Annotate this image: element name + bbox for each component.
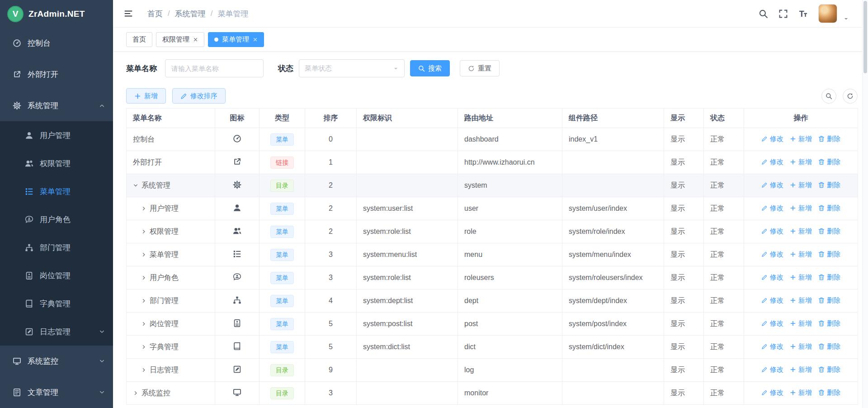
delete-action-link[interactable]: 删除 bbox=[818, 389, 840, 397]
action-label: 修改 bbox=[770, 319, 783, 328]
cell-status: 正常 bbox=[704, 266, 744, 289]
delete-action-link[interactable]: 删除 bbox=[818, 181, 840, 190]
search-icon[interactable] bbox=[759, 9, 768, 19]
cell-actions: 修改新增删除 bbox=[744, 359, 858, 382]
add-action-link[interactable]: 新增 bbox=[790, 227, 812, 236]
add-action-link[interactable]: 新增 bbox=[790, 296, 812, 305]
table-row[interactable]: 岗位管理菜单5system:post:listpostsystem/post/i… bbox=[127, 313, 858, 336]
delete-action-link[interactable]: 删除 bbox=[818, 342, 840, 351]
edit-action-link[interactable]: 修改 bbox=[761, 158, 783, 166]
sidebar-item[interactable]: 用户管理 bbox=[0, 121, 113, 149]
add-action-link[interactable]: 新增 bbox=[790, 135, 812, 143]
add-action-link[interactable]: 新增 bbox=[790, 365, 812, 374]
edit-action-link[interactable]: 修改 bbox=[761, 296, 783, 305]
add-action-link[interactable]: 新增 bbox=[790, 273, 812, 282]
table-row[interactable]: 用户管理菜单2system:user:listusersystem/user/i… bbox=[127, 197, 858, 220]
edit-action-link[interactable]: 修改 bbox=[761, 250, 783, 259]
app-logo[interactable]: V ZrAdmin.NET bbox=[0, 0, 113, 28]
edit-action-link[interactable]: 修改 bbox=[761, 389, 783, 397]
tab[interactable]: 首页 bbox=[126, 32, 152, 47]
user-avatar[interactable] bbox=[818, 4, 837, 23]
chevron-right-icon bbox=[141, 206, 146, 211]
add-action-link[interactable]: 新增 bbox=[790, 250, 812, 259]
delete-action-link[interactable]: 删除 bbox=[818, 296, 840, 305]
avatar-caret-icon[interactable] bbox=[843, 16, 849, 22]
search-button[interactable]: 搜索 bbox=[410, 60, 450, 76]
table-row[interactable]: 用户角色菜单3system:role:listroleuserssystem/r… bbox=[127, 266, 858, 289]
breadcrumb-item[interactable]: 系统管理 bbox=[175, 9, 206, 19]
add-action-link[interactable]: 新增 bbox=[790, 158, 812, 166]
tab[interactable]: 权限管理 bbox=[156, 32, 204, 47]
sidebar-item[interactable]: 日志管理 bbox=[0, 318, 113, 346]
delete-action-link[interactable]: 删除 bbox=[818, 227, 840, 236]
delete-action-link[interactable]: 删除 bbox=[818, 319, 840, 328]
chevron-right-icon bbox=[141, 252, 146, 257]
cell-permission bbox=[357, 128, 458, 151]
table-row[interactable]: 日志管理目录9log显示正常修改新增删除 bbox=[127, 359, 858, 382]
add-action-link[interactable]: 新增 bbox=[790, 342, 812, 351]
menu-name-text: 权限管理 bbox=[150, 227, 179, 237]
edit-action-link[interactable]: 修改 bbox=[761, 135, 783, 143]
sidebar-item[interactable]: 菜单管理 bbox=[0, 177, 113, 205]
tab-close-icon[interactable] bbox=[193, 37, 198, 42]
edit-action-link[interactable]: 修改 bbox=[761, 342, 783, 351]
action-label: 修改 bbox=[770, 273, 783, 282]
sidebar-item[interactable]: 部门管理 bbox=[0, 233, 113, 261]
external-link-icon bbox=[233, 157, 241, 166]
table-row[interactable]: 外部打开链接1http://www.izhaorui.cn显示正常修改新增删除 bbox=[127, 151, 858, 174]
delete-action-link[interactable]: 删除 bbox=[818, 135, 840, 143]
add-action-link[interactable]: 新增 bbox=[790, 389, 812, 397]
add-action-link[interactable]: 新增 bbox=[790, 204, 812, 213]
page-scrollbar-thumb[interactable] bbox=[863, 1, 867, 73]
font-size-icon[interactable] bbox=[798, 9, 808, 19]
sidebar-item[interactable]: 文章管理 bbox=[0, 377, 113, 408]
table-row[interactable]: 控制台菜单0dashboardindex_v1显示正常修改新增删除 bbox=[127, 128, 858, 151]
sort-edit-button[interactable]: 修改排序 bbox=[172, 88, 226, 104]
reset-button[interactable]: 重置 bbox=[460, 60, 500, 76]
add-button[interactable]: 新增 bbox=[126, 88, 166, 104]
sidebar-item[interactable]: 权限管理 bbox=[0, 149, 113, 177]
edit-action-link[interactable]: 修改 bbox=[761, 365, 783, 374]
tab[interactable]: 菜单管理 bbox=[208, 32, 264, 47]
add-action-link[interactable]: 新增 bbox=[790, 181, 812, 190]
menu-name-input[interactable] bbox=[165, 59, 264, 77]
table-row[interactable]: 部门管理菜单4system:dept:listdeptsystem/dept/i… bbox=[127, 289, 858, 313]
sidebar-item[interactable]: 用户角色 bbox=[0, 205, 113, 233]
sidebar-item[interactable]: 岗位管理 bbox=[0, 261, 113, 289]
sidebar-item[interactable]: 控制台 bbox=[0, 28, 113, 59]
delete-action-link[interactable]: 删除 bbox=[818, 158, 840, 166]
sidebar-item[interactable]: 外部打开 bbox=[0, 59, 113, 90]
hamburger-icon[interactable] bbox=[123, 9, 133, 19]
sidebar-item[interactable]: 系统监控 bbox=[0, 346, 113, 377]
delete-action-link[interactable]: 删除 bbox=[818, 204, 840, 213]
table-row[interactable]: 系统管理目录2system显示正常修改新增删除 bbox=[127, 174, 858, 197]
sidebar-item[interactable]: 系统管理 bbox=[0, 90, 113, 121]
cell-icon bbox=[215, 289, 259, 313]
edit-action-link[interactable]: 修改 bbox=[761, 204, 783, 213]
add-action-link[interactable]: 新增 bbox=[790, 319, 812, 328]
delete-action-link[interactable]: 删除 bbox=[818, 365, 840, 374]
delete-action-link[interactable]: 删除 bbox=[818, 250, 840, 259]
delete-action-link[interactable]: 删除 bbox=[818, 273, 840, 282]
edit-action-link[interactable]: 修改 bbox=[761, 227, 783, 236]
edit-action-link[interactable]: 修改 bbox=[761, 273, 783, 282]
cell-sort: 2 bbox=[305, 174, 357, 197]
table-row[interactable]: 系统监控目录3monitor显示正常修改新增删除 bbox=[127, 382, 858, 405]
cell-icon bbox=[215, 128, 259, 151]
cell-component-path bbox=[562, 359, 664, 382]
sidebar-item[interactable]: 字典管理 bbox=[0, 289, 113, 318]
breadcrumb-item[interactable]: 首页 bbox=[147, 9, 163, 19]
status-select[interactable]: 菜单状态 bbox=[299, 59, 405, 77]
table-search-button[interactable] bbox=[821, 89, 836, 104]
table-row[interactable]: 字典管理菜单5system:dict:listdictsystem/dict/i… bbox=[127, 336, 858, 359]
edit-action-link[interactable]: 修改 bbox=[761, 181, 783, 190]
page-scrollbar[interactable] bbox=[862, 0, 868, 408]
cell-permission bbox=[357, 359, 458, 382]
table-row[interactable]: 菜单管理菜单3system:menu:listmenusystem/menu/i… bbox=[127, 243, 858, 266]
tab-close-icon[interactable] bbox=[253, 37, 258, 42]
table-row[interactable]: 权限管理菜单2system:role:listrolesystem/role/i… bbox=[127, 220, 858, 243]
action-label: 删除 bbox=[827, 273, 840, 282]
table-refresh-button[interactable] bbox=[843, 89, 858, 104]
edit-action-link[interactable]: 修改 bbox=[761, 319, 783, 328]
fullscreen-icon[interactable] bbox=[778, 9, 788, 19]
